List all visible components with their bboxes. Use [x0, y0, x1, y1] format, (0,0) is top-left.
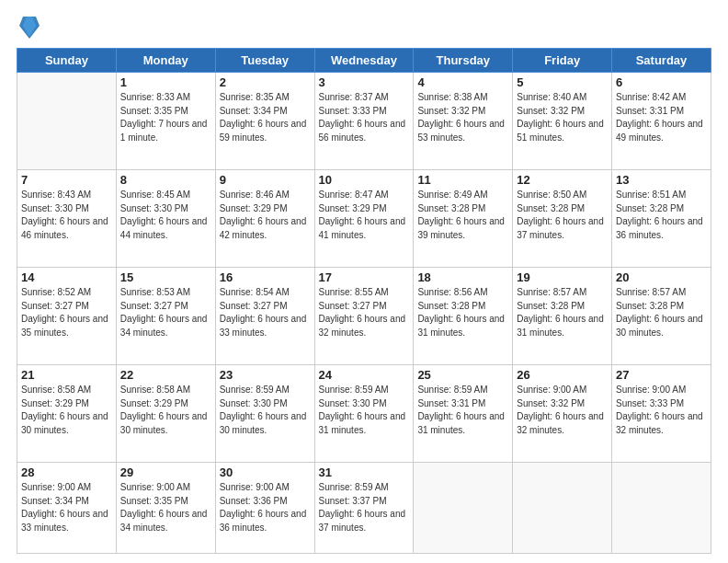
day-number: 31 [319, 465, 410, 479]
calendar-cell: 1Sunrise: 8:33 AMSunset: 3:35 PMDaylight… [116, 73, 215, 170]
calendar-cell: 5Sunrise: 8:40 AMSunset: 3:32 PMDaylight… [513, 73, 612, 170]
day-info: Sunrise: 9:00 AMSunset: 3:32 PMDaylight:… [517, 384, 608, 437]
day-header-saturday: Saturday [612, 49, 711, 73]
calendar-cell: 10Sunrise: 8:47 AMSunset: 3:29 PMDayligh… [314, 170, 414, 268]
calendar-cell: 22Sunrise: 8:58 AMSunset: 3:29 PMDayligh… [116, 365, 215, 463]
calendar-cell: 26Sunrise: 9:00 AMSunset: 3:32 PMDayligh… [513, 365, 612, 463]
day-number: 5 [517, 75, 608, 89]
day-number: 12 [517, 173, 608, 187]
day-number: 11 [417, 173, 508, 187]
day-info: Sunrise: 8:49 AMSunset: 3:28 PMDaylight:… [417, 189, 508, 242]
day-info: Sunrise: 8:46 AMSunset: 3:29 PMDaylight:… [220, 189, 311, 242]
day-number: 1 [120, 75, 211, 89]
calendar-cell: 14Sunrise: 8:52 AMSunset: 3:27 PMDayligh… [17, 268, 117, 365]
calendar-week-4: 21Sunrise: 8:58 AMSunset: 3:29 PMDayligh… [17, 365, 711, 463]
day-info: Sunrise: 8:51 AMSunset: 3:28 PMDaylight:… [616, 189, 707, 242]
calendar-week-1: 1Sunrise: 8:33 AMSunset: 3:35 PMDaylight… [17, 73, 711, 170]
day-header-tuesday: Tuesday [215, 49, 314, 73]
day-number: 9 [220, 173, 311, 187]
calendar-cell: 27Sunrise: 9:00 AMSunset: 3:33 PMDayligh… [612, 365, 711, 463]
day-info: Sunrise: 8:45 AMSunset: 3:30 PMDaylight:… [120, 189, 211, 242]
day-number: 18 [417, 270, 508, 284]
day-header-wednesday: Wednesday [314, 49, 414, 73]
day-info: Sunrise: 8:55 AMSunset: 3:27 PMDaylight:… [319, 286, 410, 339]
day-number: 23 [220, 368, 311, 382]
day-info: Sunrise: 8:47 AMSunset: 3:29 PMDaylight:… [319, 189, 410, 242]
day-info: Sunrise: 8:57 AMSunset: 3:28 PMDaylight:… [517, 286, 608, 339]
day-info: Sunrise: 8:58 AMSunset: 3:29 PMDaylight:… [21, 384, 112, 437]
calendar-cell [414, 463, 513, 554]
day-info: Sunrise: 8:33 AMSunset: 3:35 PMDaylight:… [120, 91, 211, 144]
calendar-cell: 3Sunrise: 8:37 AMSunset: 3:33 PMDaylight… [314, 73, 414, 170]
calendar-cell: 17Sunrise: 8:55 AMSunset: 3:27 PMDayligh… [314, 268, 414, 365]
calendar-cell: 20Sunrise: 8:57 AMSunset: 3:28 PMDayligh… [612, 268, 711, 365]
day-number: 25 [417, 368, 508, 382]
day-number: 21 [21, 368, 112, 382]
day-number: 10 [319, 173, 410, 187]
day-info: Sunrise: 8:59 AMSunset: 3:30 PMDaylight:… [319, 384, 410, 437]
day-info: Sunrise: 9:00 AMSunset: 3:36 PMDaylight:… [220, 481, 311, 534]
day-header-monday: Monday [116, 49, 215, 73]
day-info: Sunrise: 8:52 AMSunset: 3:27 PMDaylight:… [21, 286, 112, 339]
day-number: 19 [517, 270, 608, 284]
day-number: 2 [220, 75, 311, 89]
calendar-table: SundayMondayTuesdayWednesdayThursdayFrid… [17, 48, 711, 554]
calendar-cell [612, 463, 711, 554]
day-header-friday: Friday [513, 49, 612, 73]
day-number: 4 [417, 75, 508, 89]
day-info: Sunrise: 8:57 AMSunset: 3:28 PMDaylight:… [616, 286, 707, 339]
day-number: 24 [319, 368, 410, 382]
calendar-cell: 29Sunrise: 9:00 AMSunset: 3:35 PMDayligh… [116, 463, 215, 554]
calendar-cell: 4Sunrise: 8:38 AMSunset: 3:32 PMDaylight… [414, 73, 513, 170]
day-number: 16 [220, 270, 311, 284]
day-info: Sunrise: 8:40 AMSunset: 3:32 PMDaylight:… [517, 91, 608, 144]
day-number: 26 [517, 368, 608, 382]
day-info: Sunrise: 8:59 AMSunset: 3:37 PMDaylight:… [319, 481, 410, 534]
day-info: Sunrise: 8:58 AMSunset: 3:29 PMDaylight:… [120, 384, 211, 437]
calendar-cell: 9Sunrise: 8:46 AMSunset: 3:29 PMDaylight… [215, 170, 314, 268]
calendar-cell: 8Sunrise: 8:45 AMSunset: 3:30 PMDaylight… [116, 170, 215, 268]
calendar-cell: 13Sunrise: 8:51 AMSunset: 3:28 PMDayligh… [612, 170, 711, 268]
calendar-cell: 15Sunrise: 8:53 AMSunset: 3:27 PMDayligh… [116, 268, 215, 365]
calendar-cell: 16Sunrise: 8:54 AMSunset: 3:27 PMDayligh… [215, 268, 314, 365]
calendar-cell: 28Sunrise: 9:00 AMSunset: 3:34 PMDayligh… [17, 463, 117, 554]
calendar-week-5: 28Sunrise: 9:00 AMSunset: 3:34 PMDayligh… [17, 463, 711, 554]
day-info: Sunrise: 8:42 AMSunset: 3:31 PMDaylight:… [616, 91, 707, 144]
calendar-cell: 18Sunrise: 8:56 AMSunset: 3:28 PMDayligh… [414, 268, 513, 365]
day-info: Sunrise: 8:35 AMSunset: 3:34 PMDaylight:… [220, 91, 311, 144]
calendar-cell: 7Sunrise: 8:43 AMSunset: 3:30 PMDaylight… [17, 170, 117, 268]
calendar-cell: 19Sunrise: 8:57 AMSunset: 3:28 PMDayligh… [513, 268, 612, 365]
day-info: Sunrise: 8:56 AMSunset: 3:28 PMDaylight:… [417, 286, 508, 339]
day-number: 6 [616, 75, 707, 89]
day-info: Sunrise: 8:54 AMSunset: 3:27 PMDaylight:… [220, 286, 311, 339]
day-number: 28 [21, 465, 112, 479]
calendar-week-3: 14Sunrise: 8:52 AMSunset: 3:27 PMDayligh… [17, 268, 711, 365]
calendar-cell: 11Sunrise: 8:49 AMSunset: 3:28 PMDayligh… [414, 170, 513, 268]
day-info: Sunrise: 8:38 AMSunset: 3:32 PMDaylight:… [417, 91, 508, 144]
day-number: 22 [120, 368, 211, 382]
calendar-cell: 25Sunrise: 8:59 AMSunset: 3:31 PMDayligh… [414, 365, 513, 463]
logo-icon [19, 13, 40, 39]
day-info: Sunrise: 8:37 AMSunset: 3:33 PMDaylight:… [319, 91, 410, 144]
day-number: 3 [319, 75, 410, 89]
day-info: Sunrise: 8:59 AMSunset: 3:30 PMDaylight:… [220, 384, 311, 437]
day-info: Sunrise: 9:00 AMSunset: 3:35 PMDaylight:… [120, 481, 211, 534]
calendar-cell: 30Sunrise: 9:00 AMSunset: 3:36 PMDayligh… [215, 463, 314, 554]
day-number: 29 [120, 465, 211, 479]
logo [17, 17, 40, 39]
day-info: Sunrise: 9:00 AMSunset: 3:33 PMDaylight:… [616, 384, 707, 437]
day-info: Sunrise: 8:43 AMSunset: 3:30 PMDaylight:… [21, 189, 112, 242]
page: SundayMondayTuesdayWednesdayThursdayFrid… [0, 0, 728, 563]
day-number: 8 [120, 173, 211, 187]
day-info: Sunrise: 9:00 AMSunset: 3:34 PMDaylight:… [21, 481, 112, 534]
calendar-cell: 2Sunrise: 8:35 AMSunset: 3:34 PMDaylight… [215, 73, 314, 170]
calendar-cell: 23Sunrise: 8:59 AMSunset: 3:30 PMDayligh… [215, 365, 314, 463]
day-number: 20 [616, 270, 707, 284]
calendar-cell: 6Sunrise: 8:42 AMSunset: 3:31 PMDaylight… [612, 73, 711, 170]
calendar-cell: 24Sunrise: 8:59 AMSunset: 3:30 PMDayligh… [314, 365, 414, 463]
day-number: 15 [120, 270, 211, 284]
calendar-cell [513, 463, 612, 554]
calendar-cell: 21Sunrise: 8:58 AMSunset: 3:29 PMDayligh… [17, 365, 117, 463]
day-number: 27 [616, 368, 707, 382]
day-header-thursday: Thursday [414, 49, 513, 73]
